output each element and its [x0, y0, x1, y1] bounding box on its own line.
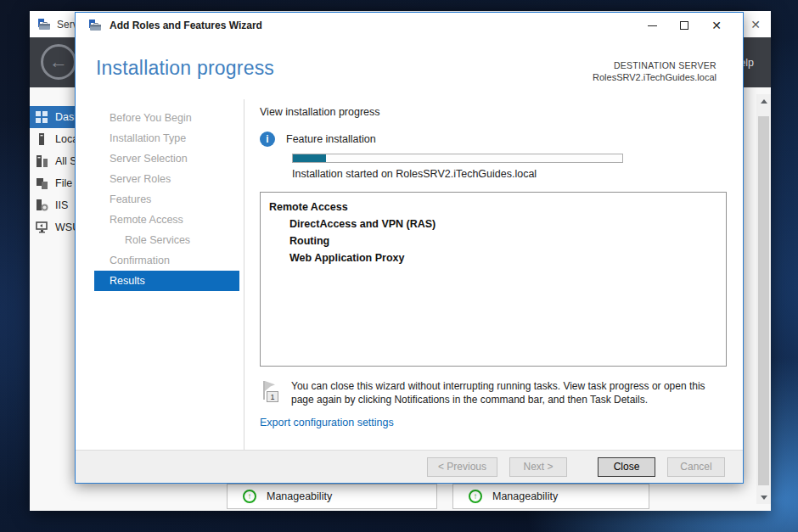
window-controls: ✕: [636, 13, 733, 38]
close-wizard-button[interactable]: Close: [598, 457, 655, 477]
page-title: Installation progress: [96, 57, 274, 80]
nav-step-features[interactable]: Features: [94, 189, 239, 210]
all-servers-icon: [35, 154, 48, 168]
minimize-icon: [648, 25, 657, 26]
notification-flag-icon: 1: [260, 380, 280, 406]
wizard-title: Add Roles and Features Wizard: [110, 20, 262, 31]
progress-fill: [293, 154, 326, 162]
wizard-header: Installation progress DESTINATION SERVER…: [76, 38, 743, 99]
progress-bar: [292, 154, 623, 163]
export-configuration-link[interactable]: Export configuration settings: [260, 417, 394, 428]
wizard-main: Before You Begin Installation Type Serve…: [76, 99, 743, 450]
cancel-button[interactable]: Cancel: [667, 457, 725, 477]
wsus-icon: [35, 221, 48, 234]
screen: Server Manager ✕ ← Manage Tools View Hel…: [0, 0, 798, 532]
nav-step-server-roles[interactable]: Server Roles: [94, 169, 239, 189]
nav-step-remote-access[interactable]: Remote Access: [94, 210, 239, 230]
file-storage-icon: [35, 176, 48, 190]
next-button[interactable]: Next >: [509, 457, 567, 477]
server-manager-app-icon: [37, 19, 51, 31]
maximize-button[interactable]: [668, 13, 700, 38]
scroll-down-icon[interactable]: [756, 490, 771, 504]
dashboard-tile-manageability-1[interactable]: ↑ Manageability: [227, 484, 437, 509]
status-up-icon: ↑: [469, 490, 482, 503]
tile-label: Manageability: [492, 490, 558, 502]
scrollbar[interactable]: [756, 94, 771, 504]
nav-step-results[interactable]: Results: [94, 271, 239, 291]
local-server-icon: [35, 132, 48, 146]
iis-icon: [35, 199, 48, 212]
destination-label: DESTINATION SERVER: [593, 59, 717, 71]
notification-count: 1: [267, 391, 278, 402]
note-row: 1 You can close this wizard without inte…: [260, 380, 727, 406]
dashboard-grid-icon: [35, 110, 48, 124]
wizard-footer: < Previous Next > Close Cancel: [76, 450, 743, 483]
dashboard-tile-manageability-2[interactable]: ↑ Manageability: [452, 484, 649, 509]
results-item: DirectAccess and VPN (RAS): [269, 216, 717, 232]
status-up-icon: ↑: [243, 490, 256, 503]
results-box: Remote Access DirectAccess and VPN (RAS)…: [260, 192, 727, 367]
close-icon: ✕: [711, 19, 722, 32]
back-arrow-icon: ←: [49, 53, 68, 71]
wizard-app-icon: [88, 20, 102, 31]
scrollbar-thumb[interactable]: [758, 116, 769, 485]
installation-status: Installation started on RolesSRV2.iTechG…: [292, 168, 727, 180]
minimize-button[interactable]: [636, 13, 668, 38]
wizard-dialog: Add Roles and Features Wizard ✕ Installa…: [75, 12, 744, 484]
close-button[interactable]: ✕: [700, 13, 733, 38]
wizard-content: View installation progress i Feature ins…: [244, 99, 744, 450]
note-text: You can close this wizard without interr…: [291, 380, 726, 406]
destination-server: RolesSRV2.iTechGuides.local: [593, 71, 717, 83]
sidebar-item-label: IIS: [55, 199, 68, 211]
server-manager-close-icon[interactable]: ✕: [740, 11, 771, 37]
wizard-titlebar: Add Roles and Features Wizard ✕: [76, 13, 743, 38]
info-icon: i: [260, 132, 275, 147]
nav-step-before-you-begin[interactable]: Before You Begin: [94, 108, 239, 128]
scroll-up-icon[interactable]: [756, 94, 771, 108]
back-button[interactable]: ←: [41, 44, 76, 80]
wizard-step-nav: Before You Begin Installation Type Serve…: [76, 99, 244, 450]
previous-button[interactable]: < Previous: [427, 457, 497, 477]
feature-title: Feature installation: [286, 133, 376, 145]
section-label: View installation progress: [260, 106, 727, 118]
destination-block: DESTINATION SERVER RolesSRV2.iTechGuides…: [593, 59, 717, 83]
feature-row: i Feature installation: [260, 132, 727, 147]
results-item: Web Application Proxy: [269, 249, 717, 266]
nav-step-installation-type[interactable]: Installation Type: [94, 128, 239, 148]
results-item: Routing: [269, 232, 717, 249]
nav-step-role-services[interactable]: Role Services: [94, 230, 239, 250]
tile-label: Manageability: [267, 490, 332, 502]
results-item-root: Remote Access: [269, 199, 717, 216]
nav-step-confirmation[interactable]: Confirmation: [94, 250, 239, 271]
maximize-icon: [680, 21, 688, 30]
nav-step-server-selection[interactable]: Server Selection: [94, 148, 239, 169]
